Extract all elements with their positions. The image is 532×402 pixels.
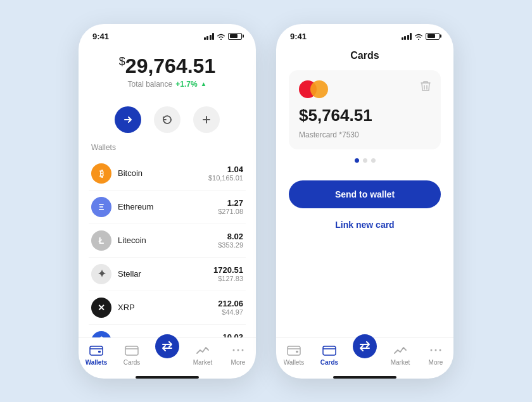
nav-cards[interactable]: Cards — [114, 343, 149, 366]
market-nav-icon-2 — [393, 343, 407, 357]
nav-more[interactable]: More — [220, 343, 256, 366]
wallets-nav-icon-2 — [287, 343, 301, 357]
svg-rect-2 — [125, 346, 138, 355]
link-new-card-button[interactable]: Link new card — [289, 216, 441, 234]
nav-market[interactable]: Market — [185, 343, 220, 366]
wallet-name: XRP — [118, 303, 218, 312]
card-amount: $5,764.51 — [299, 106, 431, 125]
nav-cards-2[interactable]: Cards — [312, 343, 347, 366]
delete-card-button[interactable] — [421, 80, 431, 92]
bitcoin-icon: ₿ — [91, 163, 111, 184]
phone-cards: 9:41 Cards — [276, 24, 453, 379]
svg-rect-8 — [323, 346, 336, 355]
wallet-amounts: 8.02 $353.29 — [218, 232, 243, 249]
card-pagination-dots — [276, 158, 453, 163]
list-item[interactable]: ✕ XRP 212.06 $44.97 — [89, 291, 246, 325]
card-display: $5,764.51 Mastercard *7530 — [289, 70, 441, 149]
wallet-name: Litecoin — [118, 236, 218, 245]
wallet-name: Bitcoin — [118, 168, 208, 178]
mc-orange-circle — [310, 80, 328, 98]
nav-market-label-2: Market — [391, 359, 410, 366]
nav-wallets-2[interactable]: Wallets — [276, 343, 312, 366]
stellar-icon: ✦ — [91, 264, 111, 284]
transfer-nav-icon — [155, 334, 179, 358]
list-item[interactable]: ✦ Stellar 1720.51 $127.83 — [89, 258, 246, 291]
card-dot-2 — [363, 158, 367, 163]
card-number: Mastercard *7530 — [299, 130, 431, 139]
chainlink-icon: ⬡ — [91, 331, 111, 337]
signal-icon-2 — [402, 33, 412, 40]
svg-rect-1 — [98, 351, 101, 353]
xrp-icon: ✕ — [91, 298, 111, 318]
status-time-1: 9:41 — [92, 32, 109, 41]
svg-rect-0 — [90, 346, 103, 355]
bottom-nav-1: Wallets Cards — [79, 337, 256, 374]
nav-wallets-label: Wallets — [86, 359, 108, 366]
send-button[interactable] — [115, 106, 141, 133]
svg-point-11 — [440, 349, 441, 351]
action-buttons — [79, 106, 256, 143]
cards-nav-icon — [125, 343, 139, 357]
wifi-icon-2 — [414, 33, 423, 40]
battery-icon-1 — [228, 33, 242, 40]
signal-icon-1 — [204, 33, 215, 40]
nav-transfer[interactable] — [149, 334, 185, 366]
phone-wallets: 9:41 $29,764.51 — [79, 24, 256, 379]
nav-more-label: More — [231, 359, 246, 366]
balance-label: Total balance +1.7% ▲ — [91, 80, 243, 89]
bottom-nav-2: Wallets Cards — [276, 337, 453, 374]
status-bar-1: 9:41 — [79, 24, 256, 45]
svg-rect-6 — [288, 346, 300, 355]
arrow-up-icon: ▲ — [201, 80, 207, 87]
wallet-amounts: 10.03 $34.72 — [222, 332, 243, 337]
list-item[interactable]: ₿ Bitcoin 1.04 $10,165.01 — [89, 157, 246, 191]
transfer-nav-icon-2 — [353, 334, 377, 358]
card-dot-3 — [371, 158, 376, 163]
status-icons-1 — [204, 33, 243, 40]
status-icons-2 — [402, 33, 440, 40]
wallets-section: Wallets ₿ Bitcoin 1.04 $10,165.01 Ξ Ethe… — [79, 143, 256, 337]
mastercard-logo — [299, 80, 328, 98]
cards-actions: Send to wallet Link new card — [276, 172, 453, 239]
wallet-name: Ethereum — [118, 202, 218, 211]
more-nav-icon-2 — [429, 343, 443, 357]
ethereum-icon: Ξ — [91, 197, 111, 217]
list-item[interactable]: Ξ Ethereum 1.27 $271.08 — [89, 191, 246, 224]
add-button[interactable] — [193, 106, 220, 133]
nav-wallets-label-2: Wallets — [284, 359, 304, 366]
wallet-amounts: 212.06 $44.97 — [218, 299, 243, 316]
svg-point-5 — [242, 349, 244, 351]
wallets-section-label: Wallets — [79, 143, 256, 157]
svg-point-10 — [435, 349, 437, 351]
home-indicator-2 — [333, 376, 396, 379]
litecoin-icon: Ł — [91, 230, 111, 251]
balance-change: +1.7% — [175, 80, 197, 89]
home-indicator-1 — [136, 376, 199, 379]
wallet-list: ₿ Bitcoin 1.04 $10,165.01 Ξ Ethereum 1.2… — [79, 157, 256, 337]
cards-nav-icon-2 — [322, 343, 336, 357]
svg-point-3 — [233, 349, 235, 351]
list-item[interactable]: Ł Litecoin 8.02 $353.29 — [89, 224, 246, 258]
refresh-button[interactable] — [154, 106, 180, 133]
nav-more-2[interactable]: More — [418, 343, 453, 366]
nav-cards-label-2: Cards — [320, 359, 338, 366]
status-time-2: 9:41 — [290, 32, 307, 41]
wallet-amounts: 1.04 $10,165.01 — [208, 165, 243, 182]
market-nav-icon — [196, 343, 210, 357]
wallet-amounts: 1720.51 $127.83 — [213, 265, 243, 282]
cards-page-title: Cards — [276, 45, 453, 70]
phone1-content: $29,764.51 Total balance +1.7% ▲ — [79, 45, 256, 337]
svg-point-4 — [238, 349, 239, 351]
card-dot-1 — [355, 158, 359, 163]
more-nav-icon — [231, 343, 245, 357]
wallet-amounts: 1.27 $271.08 — [218, 198, 243, 215]
nav-transfer-2[interactable] — [347, 334, 383, 366]
wallet-name: Stellar — [118, 269, 213, 279]
balance-amount: $29,764.51 — [91, 54, 243, 78]
status-bar-2: 9:41 — [276, 24, 453, 45]
nav-market-2[interactable]: Market — [383, 343, 418, 366]
card-top — [299, 80, 431, 98]
send-to-wallet-button[interactable]: Send to wallet — [289, 180, 441, 208]
wallets-nav-icon — [89, 343, 103, 357]
nav-wallets[interactable]: Wallets — [79, 343, 114, 366]
